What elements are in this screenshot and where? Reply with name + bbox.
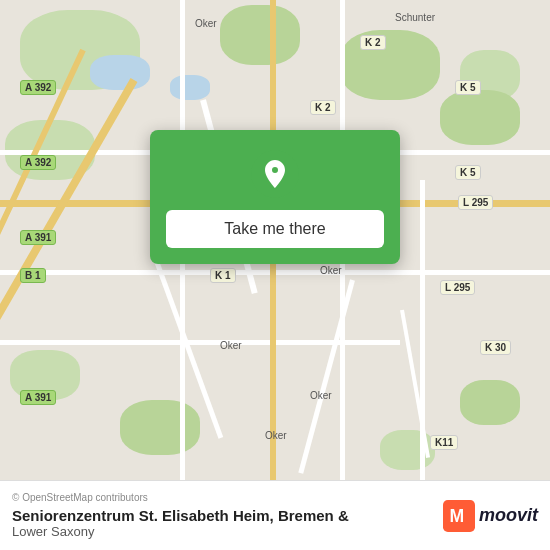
location-name: Seniorenzentrum St. Elisabeth Heim, Brem… [12,507,349,524]
map-label-schunter: Schunter [395,12,435,23]
location-pin-icon [251,150,299,198]
map-label-a391-bot: A 391 [20,390,56,405]
green-area [440,90,520,145]
green-area [120,400,200,455]
card-overlay: Take me there [150,130,400,264]
road [298,279,355,473]
moovit-logo: M moovit [443,500,538,532]
green-area [340,30,440,100]
map-label-oker-low1: Oker [220,340,242,351]
moovit-text: moovit [479,505,538,526]
water-area [90,55,150,90]
map-label-l295-top: L 295 [458,195,493,210]
take-me-there-button[interactable]: Take me there [166,210,384,248]
map-label-b1: B 1 [20,268,46,283]
map-label-a392-top: A 392 [20,80,56,95]
footer: © OpenStreetMap contributors Seniorenzen… [0,480,550,550]
footer-info: © OpenStreetMap contributors Seniorenzen… [12,492,349,539]
attribution-text: © OpenStreetMap contributors [12,492,349,503]
map-label-oker-top: Oker [195,18,217,29]
map-container: OkerSchunterK 2K 2K 5K 5A 392A 392A 391A… [0,0,550,480]
green-area [460,380,520,425]
map-label-oker-mid: Oker [320,265,342,276]
map-label-k30: K 30 [480,340,511,355]
map-label-a391-left: A 391 [20,230,56,245]
map-label-oker-low2: Oker [310,390,332,401]
water-area [170,75,210,100]
map-label-a392-mid: A 392 [20,155,56,170]
map-label-k1: K 1 [210,268,236,283]
map-label-k2-top: K 2 [360,35,386,50]
svg-text:M: M [449,506,464,526]
moovit-icon: M [443,500,475,532]
map-label-k5-top: K 5 [455,80,481,95]
map-label-k11: K11 [430,435,458,450]
green-area [220,5,300,65]
map-label-oker-low3: Oker [265,430,287,441]
map-label-k2-mid: K 2 [310,100,336,115]
map-label-l295-mid: L 295 [440,280,475,295]
location-region: Lower Saxony [12,524,349,539]
map-label-k5-mid: K 5 [455,165,481,180]
